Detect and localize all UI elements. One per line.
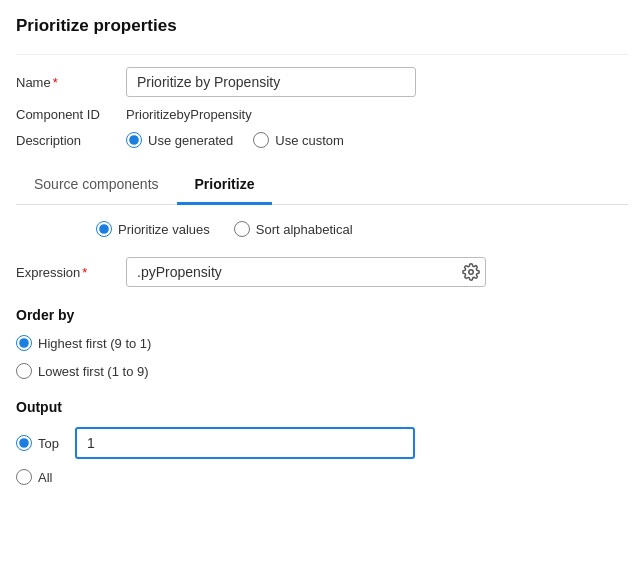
output-top-row: Top	[16, 427, 628, 459]
gear-icon	[462, 263, 480, 281]
svg-point-0	[469, 270, 474, 275]
prioritize-mode-row: Prioritize values Sort alphabetical	[16, 221, 628, 237]
lowest-first-label[interactable]: Lowest first (1 to 9)	[38, 364, 149, 379]
order-by-title: Order by	[16, 307, 628, 323]
highest-first-option[interactable]: Highest first (9 to 1)	[16, 335, 628, 351]
output-section: Output Top All	[16, 399, 628, 485]
sort-alphabetical-option[interactable]: Sort alphabetical	[234, 221, 353, 237]
order-by-section: Order by Highest first (9 to 1) Lowest f…	[16, 307, 628, 379]
highest-first-label[interactable]: Highest first (9 to 1)	[38, 336, 151, 351]
description-row: Description Use generated Use custom	[16, 132, 628, 148]
lowest-first-option[interactable]: Lowest first (1 to 9)	[16, 363, 628, 379]
required-star: *	[53, 75, 58, 90]
sort-alphabetical-radio[interactable]	[234, 221, 250, 237]
output-all-label[interactable]: All	[38, 470, 52, 485]
tab-prioritize[interactable]: Prioritize	[177, 166, 273, 205]
output-top-radio[interactable]	[16, 435, 32, 451]
output-all-radio[interactable]	[16, 469, 32, 485]
highest-first-radio[interactable]	[16, 335, 32, 351]
output-top-value-input[interactable]	[75, 427, 415, 459]
description-label: Description	[16, 133, 126, 148]
prioritize-values-label[interactable]: Prioritize values	[118, 222, 210, 237]
sort-alphabetical-label[interactable]: Sort alphabetical	[256, 222, 353, 237]
component-id-label: Component ID	[16, 107, 126, 122]
tabs-row: Source components Prioritize	[16, 166, 628, 204]
name-label: Name*	[16, 75, 126, 90]
tabs-container: Source components Prioritize	[16, 166, 628, 205]
expression-gear-button[interactable]	[462, 263, 480, 281]
prioritize-values-option[interactable]: Prioritize values	[96, 221, 210, 237]
divider-top	[16, 54, 628, 55]
output-top-label[interactable]: Top	[38, 436, 59, 451]
use-custom-radio[interactable]	[253, 132, 269, 148]
expression-input-wrapper	[126, 257, 486, 287]
description-radio-group: Use generated Use custom	[126, 132, 344, 148]
tab-content-prioritize: Prioritize values Sort alphabetical Expr…	[16, 205, 628, 485]
prioritize-values-radio[interactable]	[96, 221, 112, 237]
output-all-option[interactable]: All	[16, 469, 628, 485]
expression-input[interactable]	[126, 257, 486, 287]
form-section: Name* Component ID PrioritizebyPropensit…	[16, 67, 628, 148]
component-id-row: Component ID PrioritizebyPropensity	[16, 107, 628, 122]
name-row: Name*	[16, 67, 628, 97]
use-custom-label[interactable]: Use custom	[275, 133, 344, 148]
order-by-options: Highest first (9 to 1) Lowest first (1 t…	[16, 335, 628, 379]
page-container: Prioritize properties Name* Component ID…	[0, 0, 644, 505]
page-title: Prioritize properties	[16, 16, 628, 36]
expression-row: Expression*	[16, 257, 628, 287]
use-generated-label[interactable]: Use generated	[148, 133, 233, 148]
use-generated-option[interactable]: Use generated	[126, 132, 233, 148]
component-id-value: PrioritizebyPropensity	[126, 107, 252, 122]
expression-label: Expression*	[16, 265, 126, 280]
output-top-option[interactable]: Top	[16, 435, 59, 451]
use-custom-option[interactable]: Use custom	[253, 132, 344, 148]
tab-source-components[interactable]: Source components	[16, 166, 177, 205]
expression-required-star: *	[82, 265, 87, 280]
use-generated-radio[interactable]	[126, 132, 142, 148]
lowest-first-radio[interactable]	[16, 363, 32, 379]
name-input[interactable]	[126, 67, 416, 97]
output-title: Output	[16, 399, 628, 415]
